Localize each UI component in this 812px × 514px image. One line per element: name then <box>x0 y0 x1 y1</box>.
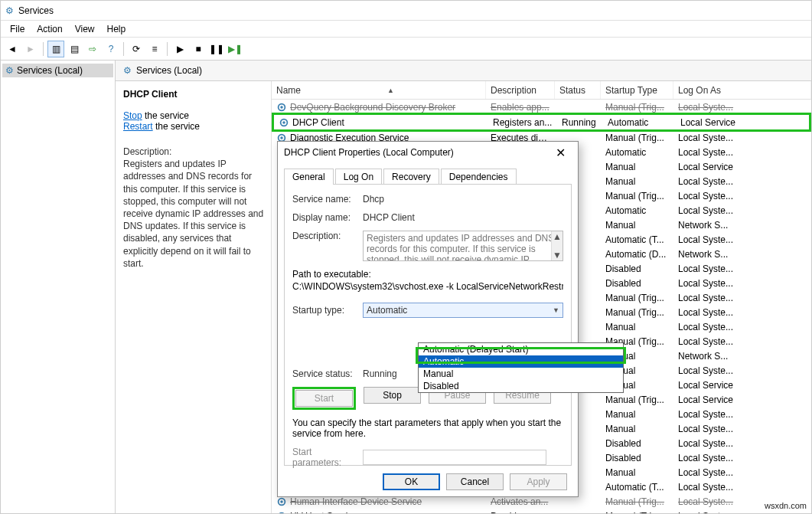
list-icon[interactable]: ≡ <box>146 41 163 57</box>
startup-type-label: Startup type: <box>292 305 363 316</box>
option-disabled[interactable]: Disabled <box>419 380 623 392</box>
play-icon[interactable]: ▶ <box>171 41 188 57</box>
col-status[interactable]: Status <box>555 81 601 99</box>
pause-icon[interactable]: ❚❚ <box>208 41 225 57</box>
table-row-selected[interactable]: DHCP Client Registers an... Running Auto… <box>274 115 809 129</box>
ok-button[interactable]: OK <box>383 473 440 490</box>
svg-point-3 <box>282 121 285 124</box>
selected-service-title: DHCP Client <box>123 89 266 100</box>
stop-link[interactable]: Stop <box>123 110 142 121</box>
content-title: Services (Local) <box>136 65 202 76</box>
tab-logon[interactable]: Log On <box>335 169 382 185</box>
svg-point-55 <box>280 500 283 503</box>
description-label: Description: <box>292 231 363 241</box>
stop-button[interactable]: Stop <box>364 387 421 404</box>
option-auto-delayed[interactable]: Automatic (Delayed Start) <box>419 343 623 355</box>
scroll-down-icon[interactable]: ▼ <box>553 250 562 260</box>
dialog-title: DHCP Client Properties (Local Computer) <box>284 147 454 158</box>
watermark: wsxdn.com <box>765 501 807 510</box>
col-name[interactable]: Name▲ <box>272 81 486 99</box>
properties-dialog: DHCP Client Properties (Local Computer) … <box>277 141 579 497</box>
tree-services-local[interactable]: ⚙ Services (Local) <box>2 64 113 77</box>
start-button[interactable]: Start <box>295 390 353 407</box>
gear-icon: ⚙ <box>123 65 132 76</box>
menu-view[interactable]: View <box>69 24 101 34</box>
apply-button[interactable]: Apply <box>510 473 567 490</box>
gear-icon: ⚙ <box>5 65 14 76</box>
tree-label: Services (Local) <box>17 65 83 76</box>
display-name-value: DHCP Client <box>363 212 563 223</box>
properties-icon[interactable]: ▤ <box>66 41 83 57</box>
menu-action[interactable]: Action <box>31 24 68 34</box>
tab-general[interactable]: General <box>284 169 334 185</box>
description-box-text: Registers and updates IP addresses and D… <box>367 233 554 261</box>
service-status-label: Service status: <box>292 368 363 379</box>
chevron-down-icon: ▼ <box>553 306 559 314</box>
toolbar: ◄ ► ▥ ▤ ⇨ ? ⟳ ≡ ▶ ■ ❚❚ ▶❚ <box>1 38 811 61</box>
forward-icon[interactable]: ► <box>22 41 39 57</box>
service-name-value: Dhcp <box>363 194 563 205</box>
highlight-frame: DHCP Client Registers an... Running Auto… <box>272 113 811 132</box>
tab-dependencies[interactable]: Dependencies <box>441 169 517 185</box>
export-icon[interactable]: ⇨ <box>84 41 101 57</box>
option-automatic[interactable]: Automatic <box>419 355 623 368</box>
content-header: ⚙ Services (Local) <box>116 61 811 81</box>
startup-dropdown[interactable]: Automatic (Delayed Start) Automatic Manu… <box>418 342 624 393</box>
start-params-label: Start parameters: <box>292 447 363 468</box>
list-header: Name▲ Description Status Startup Type Lo… <box>272 81 811 100</box>
highlight-frame: Start <box>292 387 356 410</box>
description-box[interactable]: Registers and updates IP addresses and D… <box>363 231 563 261</box>
svg-point-1 <box>280 106 283 109</box>
menubar: File Action View Help <box>1 21 811 38</box>
col-logon[interactable]: Log On As <box>673 81 811 99</box>
start-params-input[interactable] <box>363 450 546 465</box>
description-label: Description: <box>123 146 266 158</box>
show-hide-icon[interactable]: ▥ <box>47 41 64 57</box>
services-icon: ⚙ <box>5 5 14 16</box>
detail-pane: DHCP Client Stop the service Restart the… <box>116 81 272 513</box>
restart-suffix: the service <box>153 121 200 132</box>
cancel-button[interactable]: Cancel <box>446 473 504 490</box>
description-text: Registers and updates IP addresses and D… <box>123 158 266 270</box>
startup-type-combo[interactable]: Automatic ▼ <box>363 303 563 318</box>
close-icon[interactable]: ✕ <box>549 146 572 160</box>
titlebar: ⚙ Services <box>1 1 811 21</box>
table-row[interactable]: HV Host Service Provides an ... Manual (… <box>272 509 811 513</box>
back-icon[interactable]: ◄ <box>4 41 21 57</box>
display-name-label: Display name: <box>292 212 363 223</box>
tab-recovery[interactable]: Recovery <box>383 169 439 185</box>
help-icon[interactable]: ? <box>103 41 119 57</box>
menu-help[interactable]: Help <box>101 24 132 34</box>
path-value: C:\WINDOWS\system32\svchost.exe -k Local… <box>292 281 563 292</box>
option-manual[interactable]: Manual <box>419 368 623 380</box>
window-title: Services <box>18 5 54 16</box>
col-description[interactable]: Description <box>486 81 555 99</box>
restart-icon[interactable]: ▶❚ <box>227 41 243 57</box>
refresh-icon[interactable]: ⟳ <box>128 41 145 57</box>
start-params-help: You can specify the start parameters tha… <box>292 417 563 439</box>
stop-icon[interactable]: ■ <box>190 41 207 57</box>
svg-point-5 <box>280 136 283 139</box>
tree-pane: ⚙ Services (Local) <box>1 61 116 513</box>
service-name-label: Service name: <box>292 194 363 205</box>
svg-point-56 <box>279 512 285 513</box>
col-startup[interactable]: Startup Type <box>601 81 673 99</box>
menu-file[interactable]: File <box>4 24 31 34</box>
restart-link[interactable]: Restart <box>123 121 153 132</box>
stop-suffix: the service <box>142 110 189 121</box>
startup-type-value: Automatic <box>367 305 407 316</box>
path-label: Path to executable: <box>292 269 563 280</box>
scroll-up-icon[interactable]: ▲ <box>553 231 562 242</box>
